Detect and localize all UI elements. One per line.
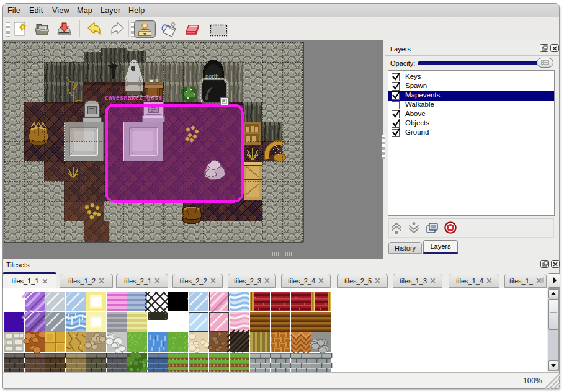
svg-text:caveshrine2_gate: caveshrine2_gate [128,94,158,98]
svg-text:north: north [205,73,219,79]
